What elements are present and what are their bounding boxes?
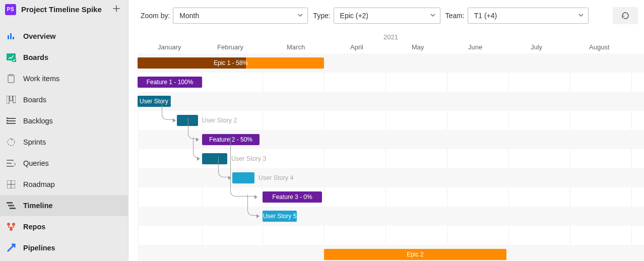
bar-label: User Story 2 [202, 117, 237, 124]
chevron-down-icon [430, 12, 436, 20]
svg-rect-1 [10, 33, 12, 39]
refresh-button[interactable] [613, 7, 638, 24]
timeline-icon [6, 201, 16, 211]
svg-rect-12 [7, 122, 8, 124]
toolbar: Zoom by: Month Type: Epic (+2) Team: T1 … [128, 0, 644, 24]
timeline-row: User Story 4 [138, 168, 644, 187]
zoom-label: Zoom by: [141, 12, 170, 20]
timeline-row [138, 226, 644, 245]
timeline[interactable]: 2021 January February March April May Ju… [138, 31, 644, 261]
boards-icon [6, 52, 16, 62]
timeline-row: User Story 1 [138, 92, 644, 111]
sidebar-item-roadmap[interactable]: Roadmap [0, 174, 128, 195]
timeline-row: User Story 5 [138, 207, 644, 226]
svg-rect-11 [7, 120, 8, 121]
sidebar-item-timeline[interactable]: Timeline [0, 195, 128, 216]
sidebar-item-label: Repos [23, 223, 45, 231]
grid-icon [6, 179, 16, 189]
sidebar-item-label: Sprints [23, 138, 46, 146]
pipelines-icon [6, 243, 16, 253]
sidebar-item-label: Timeline [23, 202, 53, 210]
sidebar-item-boards-sub[interactable]: Boards [0, 89, 128, 110]
sidebar-item-queries[interactable]: Queries [0, 153, 128, 174]
clipboard-icon [6, 74, 16, 84]
sidebar-item-label: Roadmap [23, 180, 55, 188]
sidebar-item-label: Backlogs [23, 117, 53, 125]
sidebar-item-boards[interactable]: Boards [0, 47, 128, 68]
app-root: PS Project Timeline Spike Overview Board… [0, 0, 644, 261]
type-label: Type: [313, 12, 330, 20]
sidebar-item-label: Boards [23, 96, 46, 104]
month-label: August [589, 43, 609, 51]
timeline-row: Feature 1 - 100% [138, 73, 644, 92]
gantt-bar-epic[interactable]: Epic 2 [324, 249, 506, 260]
chart-icon [6, 31, 16, 41]
repos-icon [6, 222, 16, 232]
svg-rect-9 [13, 96, 16, 103]
bar-label: User Story 4 [259, 174, 293, 181]
add-item-button[interactable] [110, 3, 123, 16]
svg-rect-6 [10, 75, 13, 76]
sidebar: PS Project Timeline Spike Overview Board… [0, 0, 128, 261]
sidebar-item-pipelines[interactable]: Pipelines [0, 237, 128, 258]
gantt-bar-epic[interactable]: Epic 1 - 58% [138, 57, 324, 69]
svg-rect-10 [7, 117, 8, 119]
type-value: Epic (+2) [340, 12, 368, 20]
sidebar-item-label: Pipelines [23, 244, 55, 252]
sidebar-item-label: Boards [23, 53, 48, 61]
svg-rect-7 [7, 96, 9, 104]
month-label: June [468, 43, 482, 51]
team-label: Team: [445, 12, 465, 20]
month-label: February [217, 43, 243, 51]
svg-rect-15 [7, 202, 13, 204]
sidebar-item-backlogs[interactable]: Backlogs [0, 110, 128, 132]
bar-label: User Story 5 [263, 213, 297, 220]
bar-label: Feature 3 - 0% [272, 193, 312, 201]
sidebar-item-sprints[interactable]: Sprints [0, 132, 128, 153]
sidebar-item-overview[interactable]: Overview [0, 26, 128, 47]
team-value: T1 (+4) [474, 12, 497, 20]
svg-point-20 [10, 228, 13, 231]
chevron-down-icon [578, 12, 584, 20]
team-select[interactable]: T1 (+4) [468, 8, 589, 24]
timeline-row: Feature 2 - 50% [138, 130, 644, 149]
svg-point-19 [12, 223, 15, 226]
sidebar-header: PS Project Timeline Spike [0, 0, 128, 19]
timeline-year: 2021 [138, 33, 644, 41]
main-content: Zoom by: Month Type: Epic (+2) Team: T1 … [128, 0, 644, 261]
gantt-bar-story[interactable]: User Story 5 [263, 211, 297, 222]
timeline-row: Epic 1 - 58% [138, 53, 644, 73]
gantt-bar-feature[interactable]: Feature 1 - 100% [138, 77, 202, 88]
svg-rect-5 [8, 75, 14, 83]
plus-icon [113, 5, 120, 12]
timeline-row: Epic 2 [138, 245, 644, 261]
month-label: July [531, 43, 542, 51]
bar-label: Epic 2 [407, 251, 423, 258]
type-select[interactable]: Epic (+2) [334, 8, 440, 24]
chevron-down-icon [297, 12, 303, 20]
sidebar-item-label: Queries [23, 159, 49, 167]
sidebar-item-repos[interactable]: Repos [0, 216, 128, 237]
svg-rect-8 [10, 96, 13, 101]
month-label: January [158, 43, 181, 51]
sidebar-item-label: Work items [23, 75, 59, 83]
svg-rect-2 [13, 37, 14, 39]
month-label: April [350, 43, 363, 51]
sprint-icon [6, 137, 16, 147]
timeline-row: User Story 3 [138, 149, 644, 168]
month-label: May [412, 43, 424, 51]
backlog-icon [6, 116, 16, 126]
bar-label: Feature 1 - 100% [147, 79, 194, 86]
kanban-icon [6, 95, 16, 105]
queries-icon [6, 158, 16, 168]
timeline-rows: Epic 1 - 58% Feature 1 - 100% User Story… [138, 53, 644, 261]
svg-point-18 [7, 223, 10, 226]
month-label: March [287, 43, 305, 51]
gantt-bar-feature[interactable]: Feature 3 - 0% [263, 191, 322, 203]
sidebar-item-workitems[interactable]: Work items [0, 68, 128, 89]
zoom-select[interactable]: Month [173, 8, 308, 24]
project-title: Project Timeline Spike [21, 5, 105, 14]
timeline-row: User Story 2 [138, 111, 644, 130]
timeline-months: January February March April May June Ju… [138, 43, 644, 53]
bar-label: Epic 1 - 58% [214, 59, 248, 67]
